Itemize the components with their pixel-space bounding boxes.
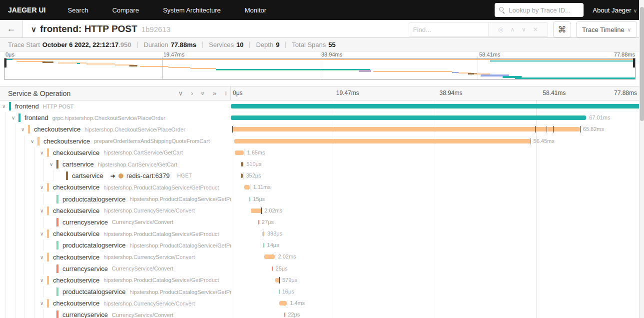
- span-duration-bar[interactable]: [272, 266, 273, 271]
- minimap-left-drag-handle[interactable]: [4, 58, 6, 68]
- match-case-icon[interactable]: ◎: [498, 26, 503, 33]
- span-duration-bar[interactable]: [231, 116, 586, 120]
- span-row[interactable]: cartservice➔redis-cart:6379HGET352μs: [0, 170, 644, 182]
- span-timeline-cell[interactable]: 56.45ms: [231, 136, 644, 147]
- span-name-cell[interactable]: ∨checkoutservicehipstershop.ProductCatal…: [0, 274, 231, 286]
- span-row[interactable]: ∨checkoutservicehipstershop.CheckoutServ…: [0, 124, 644, 135]
- span-row[interactable]: ∨checkoutservicehipstershop.CurrencyServ…: [0, 205, 644, 216]
- span-timeline-cell[interactable]: 2.02ms: [231, 205, 644, 216]
- span-duration-bar[interactable]: [264, 254, 275, 259]
- span-collapse-chevron-icon[interactable]: ∨: [40, 254, 47, 260]
- span-duration-bar[interactable]: [263, 243, 264, 248]
- vertical-scrollbar[interactable]: [639, 0, 644, 318]
- span-name-cell[interactable]: currencyserviceCurrencyService/Convert: [0, 216, 231, 228]
- span-row[interactable]: productcatalogservicehipstershop.Product…: [0, 286, 644, 298]
- span-collapse-chevron-icon[interactable]: ∨: [21, 126, 28, 132]
- column-resize-handle[interactable]: ‖: [224, 90, 227, 96]
- span-timeline-cell[interactable]: 1.65ms: [231, 147, 644, 158]
- app-brand[interactable]: JAEGER UI: [8, 6, 45, 14]
- prev-result-icon[interactable]: ∧: [510, 26, 515, 33]
- collapse-one-icon[interactable]: ∨: [178, 90, 183, 97]
- span-row[interactable]: ∨frontendgrpc.hipstershop.CheckoutServic…: [0, 112, 644, 124]
- span-collapse-chevron-icon[interactable]: ∨: [40, 184, 47, 190]
- span-duration-bar[interactable]: [241, 174, 243, 178]
- span-row[interactable]: productcatalogservicehipstershop.Product…: [0, 194, 644, 205]
- nav-item-system-architecture[interactable]: System Architecture: [163, 6, 221, 14]
- span-row[interactable]: ∨checkoutservicehipstershop.ProductCatal…: [0, 228, 644, 240]
- span-row[interactable]: ∨checkoutservicehipstershop.CurrencyServ…: [0, 298, 644, 309]
- span-name-cell[interactable]: ∨cartservicehipstershop.CartService/GetC…: [0, 158, 231, 170]
- span-row[interactable]: ∨checkoutservicehipstershop.ProductCatal…: [0, 274, 644, 286]
- span-collapse-chevron-icon[interactable]: ∨: [40, 278, 47, 283]
- span-name-cell[interactable]: ∨checkoutservicehipstershop.CheckoutServ…: [0, 124, 231, 135]
- span-collapse-chevron-icon[interactable]: ∨: [40, 150, 47, 156]
- span-duration-bar[interactable]: [251, 208, 262, 213]
- span-name-cell[interactable]: ∨checkoutservicehipstershop.ProductCatal…: [0, 182, 231, 193]
- span-duration-bar[interactable]: [258, 220, 259, 224]
- scrollbar-thumb[interactable]: [640, 7, 644, 121]
- next-result-icon[interactable]: ∨: [522, 26, 526, 33]
- span-timeline-cell[interactable]: 1.4ms: [231, 298, 644, 309]
- span-timeline-cell[interactable]: [231, 100, 644, 112]
- expand-one-icon[interactable]: ›: [191, 90, 193, 97]
- trace-minimap[interactable]: [4, 58, 636, 80]
- keyboard-shortcuts-button[interactable]: ⌘: [553, 22, 571, 38]
- span-name-cell[interactable]: ∨checkoutservicehipstershop.CartService/…: [0, 147, 231, 158]
- span-duration-bar[interactable]: [234, 139, 531, 144]
- span-collapse-chevron-icon[interactable]: ∨: [40, 231, 47, 236]
- span-row[interactable]: ∨checkoutserviceprepareOrderItemsAndShip…: [0, 136, 644, 147]
- span-row[interactable]: currencyserviceCurrencyService/Convert27…: [0, 216, 644, 228]
- span-timeline-cell[interactable]: 67.01ms: [231, 112, 644, 124]
- span-row[interactable]: ∨frontendHTTP POST: [0, 100, 644, 112]
- span-duration-bar[interactable]: [279, 290, 280, 294]
- span-timeline-cell[interactable]: 510μs: [231, 158, 644, 170]
- clear-find-icon[interactable]: ✕: [533, 26, 538, 33]
- about-jaeger-menu[interactable]: About Jaeger∨: [593, 6, 637, 14]
- span-row[interactable]: ∨checkoutservicehipstershop.CartService/…: [0, 147, 644, 158]
- span-duration-bar[interactable]: [235, 150, 244, 155]
- span-timeline-cell[interactable]: 2.02ms: [231, 251, 644, 262]
- span-timeline-cell[interactable]: 25μs: [231, 263, 644, 274]
- span-timeline-cell[interactable]: 15μs: [231, 194, 644, 205]
- span-duration-bar[interactable]: [284, 312, 285, 317]
- span-timeline-cell[interactable]: 22μs: [231, 309, 644, 318]
- span-collapse-chevron-icon[interactable]: ∨: [40, 208, 47, 214]
- span-name-cell[interactable]: ∨frontendgrpc.hipstershop.CheckoutServic…: [0, 112, 231, 124]
- span-duration-bar[interactable]: [275, 278, 279, 282]
- back-button[interactable]: ←: [0, 20, 23, 38]
- span-timeline-cell[interactable]: 393μs: [231, 228, 644, 240]
- span-name-cell[interactable]: cartservice➔redis-cart:6379HGET: [0, 170, 231, 182]
- span-duration-bar[interactable]: [241, 162, 243, 166]
- span-name-cell[interactable]: ∨frontendHTTP POST: [0, 100, 231, 112]
- span-row[interactable]: productcatalogservicehipstershop.Product…: [0, 240, 644, 251]
- span-name-cell[interactable]: ∨checkoutservicehipstershop.CurrencyServ…: [0, 205, 231, 216]
- span-row[interactable]: ∨checkoutservicehipstershop.ProductCatal…: [0, 182, 644, 193]
- nav-item-compare[interactable]: Compare: [112, 6, 139, 14]
- span-duration-bar[interactable]: [232, 127, 580, 132]
- span-timeline-cell[interactable]: 16μs: [231, 286, 644, 298]
- span-row[interactable]: ∨checkoutservicehipstershop.CurrencyServ…: [0, 251, 644, 262]
- span-row[interactable]: ∨cartservicehipstershop.CartService/GetC…: [0, 158, 644, 170]
- span-timeline-cell[interactable]: 352μs: [231, 170, 644, 182]
- span-timeline-cell[interactable]: 14μs: [231, 240, 644, 251]
- nav-item-monitor[interactable]: Monitor: [245, 6, 266, 14]
- find-input[interactable]: [409, 22, 488, 36]
- span-name-cell[interactable]: productcatalogservicehipstershop.Product…: [0, 240, 231, 251]
- span-name-cell[interactable]: ∨checkoutservicehipstershop.CurrencyServ…: [0, 298, 231, 309]
- span-name-cell[interactable]: ∨checkoutserviceprepareOrderItemsAndShip…: [0, 136, 231, 147]
- span-collapse-chevron-icon[interactable]: ∨: [11, 115, 18, 120]
- span-name-cell[interactable]: ∨checkoutservicehipstershop.CurrencyServ…: [0, 251, 231, 262]
- expand-all-icon[interactable]: »: [213, 90, 216, 97]
- span-row[interactable]: currencyserviceCurrencyService/Convert22…: [0, 309, 644, 318]
- span-collapse-chevron-icon[interactable]: ∨: [2, 104, 9, 109]
- span-collapse-chevron-icon[interactable]: ∨: [40, 300, 47, 306]
- span-name-cell[interactable]: productcatalogservicehipstershop.Product…: [0, 194, 231, 205]
- span-duration-bar[interactable]: [244, 185, 250, 190]
- collapse-all-icon[interactable]: »: [199, 92, 207, 95]
- span-timeline-cell[interactable]: 65.82ms: [231, 124, 644, 135]
- span-collapse-chevron-icon[interactable]: ∨: [30, 138, 37, 144]
- span-timeline-cell[interactable]: 27μs: [231, 216, 644, 228]
- span-timeline-cell[interactable]: 1.11ms: [231, 182, 644, 193]
- span-timeline-cell[interactable]: 579μs: [231, 274, 644, 286]
- span-name-cell[interactable]: currencyserviceCurrencyService/Convert: [0, 309, 231, 318]
